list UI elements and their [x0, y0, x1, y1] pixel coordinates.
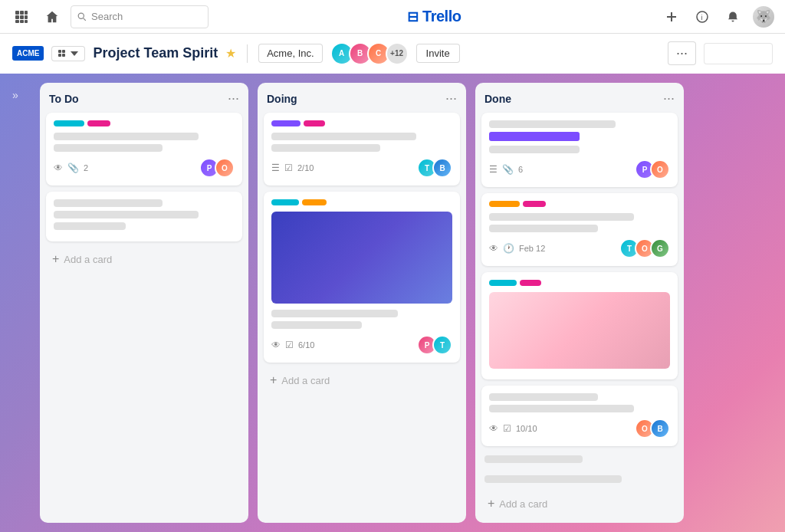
- card-doing-1-footer: ☰ ☑ 2/10 T B: [271, 158, 452, 178]
- card-meta: 👁 ☑ 6/10: [271, 340, 417, 350]
- list-todo: To Do ··· 👁 📎 2 P O: [40, 83, 248, 523]
- board-header: ACME Project Team Spirit ★ Acme, Inc. A …: [0, 34, 785, 74]
- purple-bar: [489, 132, 580, 141]
- app-logo: ⊟ Trello: [215, 8, 653, 25]
- add-card-button-todo[interactable]: + Add a card: [46, 248, 242, 271]
- card-meta: ☰ 📎 6: [489, 164, 635, 175]
- card-done-2-labels: [489, 201, 670, 207]
- label-orange: [302, 199, 327, 205]
- card-text-line: [489, 225, 598, 232]
- search-placeholder: Search: [91, 11, 123, 22]
- list-done: Done ··· ☰ 📎 6 P O: [475, 83, 684, 523]
- svg-rect-5: [25, 15, 28, 19]
- clip-icon: 📎: [502, 164, 514, 175]
- card-text-line: [489, 393, 598, 401]
- check-count: 2/10: [297, 163, 314, 172]
- card-text-line: [484, 475, 622, 483]
- card-doing-1-labels: [271, 120, 452, 126]
- add-card-button-doing[interactable]: + Add a card: [264, 369, 460, 392]
- card-todo-2[interactable]: [46, 192, 242, 241]
- card-text-line: [271, 321, 362, 329]
- add-card-label: Add a card: [281, 375, 330, 386]
- invite-button[interactable]: Invite: [416, 44, 460, 63]
- list-done-menu-button[interactable]: ···: [663, 90, 675, 107]
- card-avatar: O: [650, 159, 670, 179]
- card-doing-2[interactable]: 👁 ☑ 6/10 P T: [264, 192, 460, 363]
- card-meta: 👁 ☑ 10/10: [489, 423, 635, 434]
- svg-rect-3: [15, 15, 19, 19]
- label-pink: [520, 280, 541, 286]
- svg-rect-1: [20, 11, 24, 15]
- check-count: 10/10: [516, 424, 537, 433]
- card-done-1[interactable]: ☰ 📎 6 P O: [481, 113, 678, 187]
- info-button[interactable]: i: [690, 5, 714, 29]
- check-icon: ☑: [284, 163, 293, 173]
- list-done-header: Done ···: [481, 90, 678, 107]
- card-done-4-avatars: O B: [635, 419, 670, 438]
- list-todo-header: To Do ···: [46, 90, 242, 107]
- card-text-line: [54, 222, 126, 230]
- card-doing-2-labels: [271, 199, 452, 205]
- card-doing-1[interactable]: ☰ ☑ 2/10 T B: [264, 113, 460, 186]
- label-pink: [304, 120, 325, 126]
- nav-right-actions: i 🐺: [659, 5, 776, 29]
- filter-bar[interactable]: [704, 43, 773, 64]
- eye-icon: 👁: [489, 423, 498, 434]
- board-more-button[interactable]: ···: [668, 41, 696, 65]
- check-count: 6/10: [298, 340, 314, 350]
- svg-rect-16: [62, 50, 65, 53]
- board-menu-icon[interactable]: [51, 46, 85, 61]
- card-text-line: [54, 144, 163, 152]
- list-todo-menu-button[interactable]: ···: [228, 90, 239, 107]
- card-todo-1[interactable]: 👁 📎 2 P O: [46, 113, 242, 186]
- clip-count: 2: [84, 163, 88, 172]
- more-members-badge[interactable]: +12: [386, 42, 409, 65]
- card-done-3[interactable]: [481, 272, 678, 379]
- card-text-line: [271, 310, 398, 317]
- clip-icon: 📎: [67, 163, 79, 173]
- home-icon[interactable]: [40, 5, 64, 29]
- label-teal: [54, 120, 84, 126]
- list-doing-menu-button[interactable]: ···: [445, 90, 457, 107]
- collapse-sidebar-button[interactable]: »: [12, 83, 31, 523]
- notification-bell-icon[interactable]: [721, 5, 745, 29]
- eye-icon: 👁: [271, 340, 281, 350]
- svg-rect-18: [62, 54, 65, 57]
- card-done-4-footer: 👁 ☑ 10/10 O B: [489, 419, 670, 438]
- clock-icon: 🕐: [503, 243, 514, 254]
- eye-icon: 👁: [489, 243, 498, 254]
- star-icon[interactable]: ★: [225, 46, 236, 61]
- app-title: Trello: [422, 8, 461, 25]
- card-todo-1-footer: 👁 📎 2 P O: [54, 158, 235, 178]
- card-meta: ☰ ☑ 2/10: [271, 163, 417, 173]
- list-icon: ☰: [271, 163, 280, 173]
- list-todo-title: To Do: [49, 93, 79, 105]
- card-avatar: B: [650, 419, 670, 438]
- add-icon: +: [52, 252, 59, 266]
- workspace-button[interactable]: Acme, Inc.: [258, 44, 322, 63]
- card-done-2[interactable]: 👁 🕐 Feb 12 T O G: [481, 193, 678, 266]
- add-button[interactable]: [659, 5, 684, 29]
- card-todo-1-avatars: P O: [199, 158, 235, 178]
- card-text-line: [54, 199, 163, 207]
- add-icon: +: [488, 497, 494, 511]
- eye-icon: 👁: [54, 163, 63, 173]
- card-text-line: [484, 455, 583, 463]
- check-icon: ☑: [503, 423, 511, 434]
- user-avatar[interactable]: 🐺: [751, 5, 776, 29]
- svg-rect-8: [25, 20, 28, 23]
- svg-rect-6: [15, 20, 19, 23]
- search-bar[interactable]: Search: [71, 5, 209, 28]
- card-done-4[interactable]: 👁 ☑ 10/10 O B: [481, 386, 678, 446]
- card-doing-2-footer: 👁 ☑ 6/10 P T: [271, 335, 452, 355]
- card-done-2-footer: 👁 🕐 Feb 12 T O G: [489, 238, 670, 258]
- card-text-line: [489, 120, 616, 128]
- list-doing-title: Doing: [267, 93, 297, 105]
- board-area: » To Do ··· 👁 📎 2 P O: [0, 74, 785, 532]
- svg-rect-17: [58, 54, 61, 57]
- card-done-3-labels: [489, 280, 670, 286]
- grid-icon[interactable]: [9, 5, 34, 29]
- card-text-line: [489, 405, 634, 412]
- add-card-button-done[interactable]: + Add a card: [481, 492, 678, 515]
- member-avatars: A B C +12: [330, 42, 409, 65]
